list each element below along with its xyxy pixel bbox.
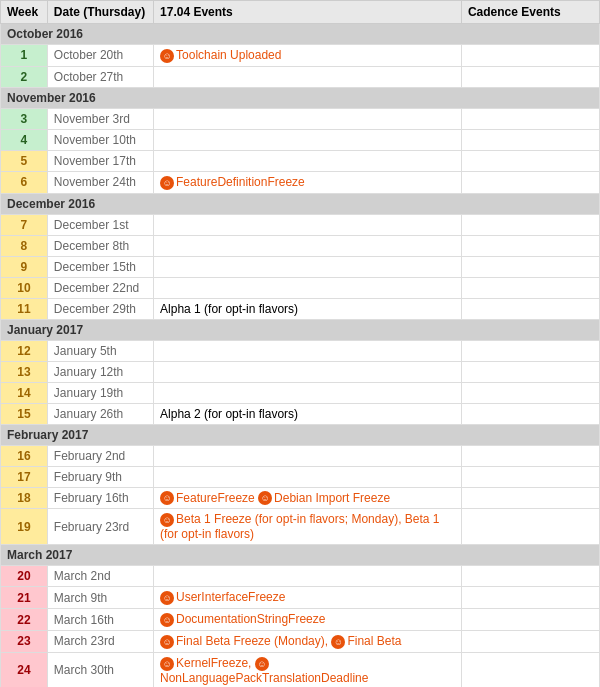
date-cell: November 10th <box>47 129 153 150</box>
week-number: 3 <box>1 108 48 129</box>
event-text: FeatureFreeze <box>176 491 255 505</box>
week-number: 22 <box>1 609 48 631</box>
cadence-cell <box>461 298 599 319</box>
cadence-cell <box>461 214 599 235</box>
table-row: 17February 9th <box>1 466 600 487</box>
events-cell <box>154 566 462 587</box>
event-icon-orange: ☺ <box>160 657 174 671</box>
week-number: 20 <box>1 566 48 587</box>
cadence-cell <box>461 382 599 403</box>
date-cell: March 9th <box>47 587 153 609</box>
table-row: 13January 12th <box>1 361 600 382</box>
date-cell: November 3rd <box>47 108 153 129</box>
table-row: 19February 23rd☺Beta 1 Freeze (for opt-i… <box>1 509 600 545</box>
table-row: 9December 15th <box>1 256 600 277</box>
date-cell: January 26th <box>47 403 153 424</box>
section-label: November 2016 <box>1 87 600 108</box>
event-icon-orange: ☺ <box>160 513 174 527</box>
cadence-cell <box>461 150 599 171</box>
events-cell: ☺DocumentationStringFreeze <box>154 609 462 631</box>
section-label: February 2017 <box>1 424 600 445</box>
header-events: 17.04 Events <box>154 1 462 24</box>
events-cell: ☺UserInterfaceFreeze <box>154 587 462 609</box>
cadence-cell <box>461 66 599 87</box>
week-number: 15 <box>1 403 48 424</box>
date-cell: October 27th <box>47 66 153 87</box>
date-cell: February 9th <box>47 466 153 487</box>
week-number: 7 <box>1 214 48 235</box>
header-date: Date (Thursday) <box>47 1 153 24</box>
table-row: 22March 16th☺DocumentationStringFreeze <box>1 609 600 631</box>
events-cell <box>154 214 462 235</box>
event-text: Beta 1 Freeze (for opt-in flavors; Monda… <box>160 512 439 541</box>
event-text: Alpha 2 (for opt-in flavors) <box>160 407 298 421</box>
event-text: Final Beta <box>347 634 401 648</box>
date-cell: March 30th <box>47 652 153 687</box>
event-icon-orange: ☺ <box>160 613 174 627</box>
events-cell <box>154 466 462 487</box>
date-cell: October 20th <box>47 45 153 67</box>
header-cadence: Cadence Events <box>461 1 599 24</box>
section-header-march-2017: March 2017 <box>1 545 600 566</box>
table-row: 24March 30th☺KernelFreeze, ☺NonLanguageP… <box>1 652 600 687</box>
table-row: 14January 19th <box>1 382 600 403</box>
cadence-cell <box>461 652 599 687</box>
week-number: 18 <box>1 487 48 509</box>
cadence-cell <box>461 277 599 298</box>
event-icon-orange: ☺ <box>160 635 174 649</box>
cadence-cell <box>461 566 599 587</box>
table-row: 7December 1st <box>1 214 600 235</box>
section-label: October 2016 <box>1 24 600 45</box>
section-header-december-2016: December 2016 <box>1 193 600 214</box>
week-number: 1 <box>1 45 48 67</box>
section-label: January 2017 <box>1 319 600 340</box>
table-row: 11December 29thAlpha 1 (for opt-in flavo… <box>1 298 600 319</box>
event-text: Debian Import Freeze <box>274 491 390 505</box>
cadence-cell <box>461 509 599 545</box>
date-cell: January 12th <box>47 361 153 382</box>
table-row: 6November 24th☺FeatureDefinitionFreeze <box>1 171 600 193</box>
table-row: 23March 23rd☺Final Beta Freeze (Monday),… <box>1 630 600 652</box>
date-cell: February 16th <box>47 487 153 509</box>
week-number: 24 <box>1 652 48 687</box>
section-label: March 2017 <box>1 545 600 566</box>
week-number: 14 <box>1 382 48 403</box>
events-cell <box>154 277 462 298</box>
event-text: Final Beta Freeze (Monday), <box>176 634 328 648</box>
event-icon-orange: ☺ <box>160 49 174 63</box>
table-row: 18February 16th☺FeatureFreeze ☺Debian Im… <box>1 487 600 509</box>
events-cell <box>154 235 462 256</box>
events-cell: ☺Beta 1 Freeze (for opt-in flavors; Mond… <box>154 509 462 545</box>
week-number: 9 <box>1 256 48 277</box>
table-row: 8December 8th <box>1 235 600 256</box>
events-cell <box>154 150 462 171</box>
cadence-cell <box>461 445 599 466</box>
week-number: 10 <box>1 277 48 298</box>
week-number: 13 <box>1 361 48 382</box>
table-row: 15January 26thAlpha 2 (for opt-in flavor… <box>1 403 600 424</box>
table-row: 1October 20th☺Toolchain Uploaded <box>1 45 600 67</box>
events-cell <box>154 445 462 466</box>
events-cell <box>154 340 462 361</box>
event-icon-orange: ☺ <box>160 591 174 605</box>
week-number: 19 <box>1 509 48 545</box>
event-text: UserInterfaceFreeze <box>176 590 285 604</box>
table-header: Week Date (Thursday) 17.04 Events Cadenc… <box>1 1 600 24</box>
cadence-cell <box>461 609 599 631</box>
events-cell: ☺KernelFreeze, ☺NonLanguagePackTranslati… <box>154 652 462 687</box>
section-header-february-2017: February 2017 <box>1 424 600 445</box>
week-number: 12 <box>1 340 48 361</box>
events-cell: ☺Final Beta Freeze (Monday), ☺Final Beta <box>154 630 462 652</box>
table-row: 3November 3rd <box>1 108 600 129</box>
cadence-cell <box>461 340 599 361</box>
week-number: 8 <box>1 235 48 256</box>
section-header-october-2016: October 2016 <box>1 24 600 45</box>
event-text: DocumentationStringFreeze <box>176 612 325 626</box>
section-label: December 2016 <box>1 193 600 214</box>
cadence-cell <box>461 108 599 129</box>
date-cell: November 24th <box>47 171 153 193</box>
events-cell <box>154 66 462 87</box>
date-cell: December 29th <box>47 298 153 319</box>
events-cell <box>154 256 462 277</box>
events-cell <box>154 361 462 382</box>
